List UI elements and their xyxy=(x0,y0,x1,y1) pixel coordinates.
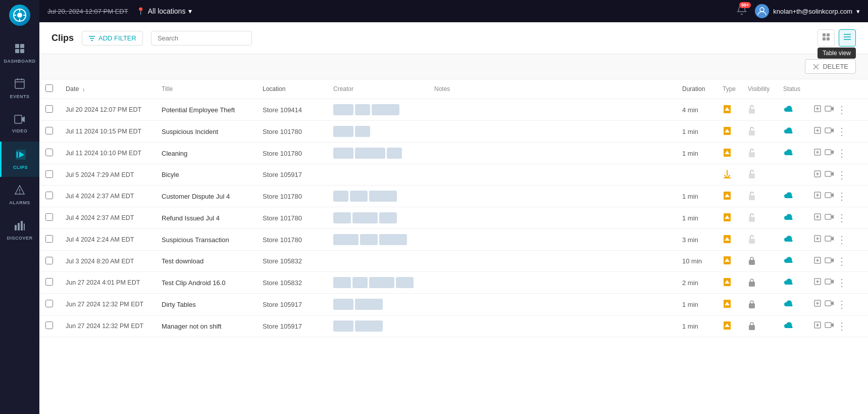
more-action-icon[interactable]: ⋮ xyxy=(837,321,847,331)
svg-rect-6 xyxy=(15,44,19,48)
more-action-icon[interactable]: ⋮ xyxy=(837,105,847,115)
search-input[interactable] xyxy=(151,31,252,45)
row-checkbox[interactable] xyxy=(45,300,53,307)
svg-rect-61 xyxy=(825,171,831,176)
select-all-header[interactable] xyxy=(39,79,60,99)
sidebar-item-events[interactable]: EVENTS xyxy=(0,71,39,106)
row-checkbox[interactable] xyxy=(45,170,53,178)
more-action-icon[interactable]: ⋮ xyxy=(837,256,847,266)
row-duration: 1 min xyxy=(676,143,717,164)
edit-action-icon[interactable] xyxy=(813,126,822,136)
row-checkbox-cell[interactable] xyxy=(39,294,60,315)
camera-action-icon[interactable] xyxy=(825,278,834,287)
edit-action-icon[interactable] xyxy=(813,278,822,288)
row-checkbox-cell[interactable] xyxy=(39,272,60,294)
grid-view-button[interactable] xyxy=(818,29,835,47)
status-column-header[interactable]: Status xyxy=(777,79,807,99)
visibility-column-header[interactable]: Visibility xyxy=(742,79,777,99)
unlock-icon xyxy=(748,213,756,222)
edit-action-icon[interactable] xyxy=(813,321,822,331)
camera-action-icon[interactable] xyxy=(825,127,834,136)
more-action-icon[interactable]: ⋮ xyxy=(837,235,847,245)
row-checkbox-cell[interactable] xyxy=(39,251,60,272)
sidebar-item-clips[interactable]: CLIPS xyxy=(0,142,39,177)
svg-rect-85 xyxy=(749,260,755,265)
row-creator xyxy=(327,229,428,251)
row-checkbox[interactable] xyxy=(45,235,53,243)
row-checkbox[interactable] xyxy=(45,149,53,156)
sidebar-item-discover[interactable]: DISCOVER xyxy=(0,212,39,248)
edit-action-icon[interactable] xyxy=(813,256,822,266)
duration-column-header[interactable]: Duration xyxy=(676,79,717,99)
camera-action-icon[interactable] xyxy=(825,170,834,179)
edit-action-icon[interactable] xyxy=(813,170,822,180)
row-location: Store 101780 xyxy=(257,143,327,164)
row-checkbox[interactable] xyxy=(45,257,53,264)
row-date: Jul 4 2024 2:37 AM EDT xyxy=(60,207,156,229)
clips-table-container[interactable]: Date ↓ Title Location Creator xyxy=(39,79,868,414)
svg-rect-82 xyxy=(825,236,831,241)
delete-button[interactable]: DELETE xyxy=(805,59,856,74)
user-menu[interactable]: knolan+th@solinkcorp.com ▾ xyxy=(755,4,860,18)
camera-action-icon[interactable] xyxy=(825,257,834,266)
row-checkbox-cell[interactable] xyxy=(39,229,60,251)
sidebar-item-dashboard[interactable]: DASHBOARD xyxy=(0,35,39,71)
more-action-icon[interactable]: ⋮ xyxy=(837,213,847,223)
lock-icon xyxy=(748,321,756,330)
edit-action-icon[interactable] xyxy=(813,235,822,245)
more-action-icon[interactable]: ⋮ xyxy=(837,191,847,201)
edit-action-icon[interactable] xyxy=(813,105,822,115)
row-creator xyxy=(327,272,428,294)
more-action-icon[interactable]: ⋮ xyxy=(837,299,847,309)
row-checkbox-cell[interactable] xyxy=(39,315,60,337)
camera-action-icon[interactable] xyxy=(825,235,834,244)
more-action-icon[interactable]: ⋮ xyxy=(837,278,847,288)
row-checkbox[interactable] xyxy=(45,105,53,113)
notes-column-header[interactable]: Notes xyxy=(428,79,676,99)
edit-action-icon[interactable] xyxy=(813,148,822,158)
camera-action-icon[interactable] xyxy=(825,149,834,158)
notification-button[interactable]: 99+ xyxy=(737,5,747,18)
row-type xyxy=(717,315,742,337)
title-column-header[interactable]: Title xyxy=(156,79,257,99)
sidebar-item-video[interactable]: VIDEO xyxy=(0,106,39,142)
edit-action-icon[interactable] xyxy=(813,213,822,223)
unlock-icon xyxy=(748,105,756,114)
creator-column-header[interactable]: Creator xyxy=(327,79,428,99)
sidebar-item-alarms[interactable]: ALARMS xyxy=(0,177,39,212)
camera-action-icon[interactable] xyxy=(825,321,834,331)
row-checkbox[interactable] xyxy=(45,213,53,221)
svg-rect-71 xyxy=(749,217,755,222)
location-column-header[interactable]: Location xyxy=(257,79,327,99)
camera-action-icon[interactable] xyxy=(825,105,834,114)
more-action-icon[interactable]: ⋮ xyxy=(837,148,847,158)
row-visibility xyxy=(742,315,777,337)
select-all-checkbox[interactable] xyxy=(45,84,53,92)
row-checkbox[interactable] xyxy=(45,192,53,199)
row-checkbox-cell[interactable] xyxy=(39,186,60,207)
date-column-header[interactable]: Date ↓ xyxy=(60,79,156,99)
add-filter-button[interactable]: ADD FILTER xyxy=(82,31,143,45)
type-column-header[interactable]: Type xyxy=(717,79,742,99)
row-checkbox[interactable] xyxy=(45,321,53,329)
row-checkbox-cell[interactable] xyxy=(39,121,60,143)
topbar-location[interactable]: 📍 All locations ▾ xyxy=(136,7,192,15)
row-checkbox-cell[interactable] xyxy=(39,207,60,229)
unlock-icon xyxy=(748,191,756,200)
edit-action-icon[interactable] xyxy=(813,191,822,201)
table-view-button[interactable] xyxy=(839,29,856,47)
camera-action-icon[interactable] xyxy=(825,300,834,309)
row-checkbox[interactable] xyxy=(45,278,53,286)
edit-action-icon[interactable] xyxy=(813,299,822,309)
camera-action-icon[interactable] xyxy=(825,213,834,222)
row-checkbox-cell[interactable] xyxy=(39,99,60,121)
row-type xyxy=(717,164,742,186)
row-checkbox-cell[interactable] xyxy=(39,164,60,186)
row-checkbox[interactable] xyxy=(45,127,53,134)
row-checkbox-cell[interactable] xyxy=(39,143,60,164)
table-row: Jul 3 2024 8:20 AM EDTTest downloadStore… xyxy=(39,251,868,272)
more-action-icon[interactable]: ⋮ xyxy=(837,126,847,136)
more-action-icon[interactable]: ⋮ xyxy=(837,170,847,180)
svg-rect-75 xyxy=(825,214,831,219)
camera-action-icon[interactable] xyxy=(825,192,834,201)
